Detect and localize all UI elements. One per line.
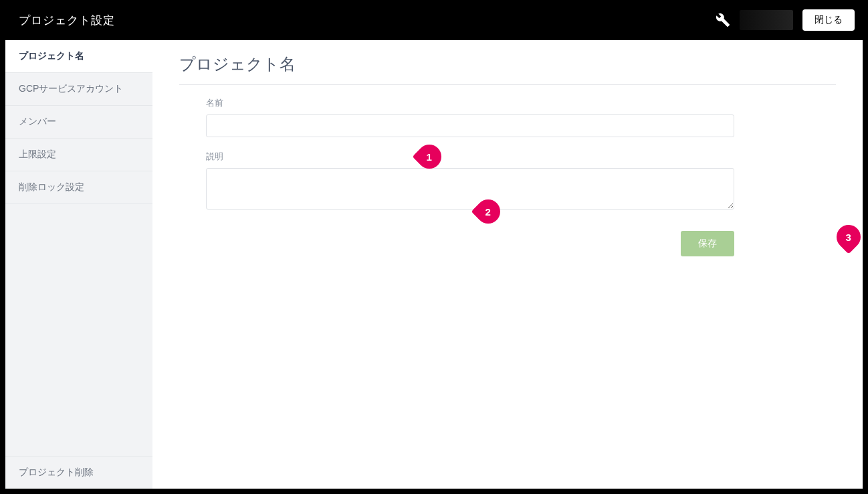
description-input[interactable] — [206, 168, 734, 210]
sidebar-item-project-name[interactable]: プロジェクト名 — [5, 40, 152, 73]
wrench-icon[interactable] — [716, 13, 730, 27]
page-title: プロジェクト名 — [179, 54, 836, 85]
sidebar-item-label: プロジェクト削除 — [19, 467, 94, 477]
form-group-name: 名前 — [179, 97, 836, 137]
name-input[interactable] — [206, 114, 734, 137]
close-button[interactable]: 閉じる — [802, 9, 855, 31]
sidebar-item-label: GCPサービスアカウント — [19, 83, 123, 94]
form-group-description: 説明 — [179, 151, 836, 212]
sidebar-item-label: 削除ロック設定 — [19, 181, 84, 192]
sidebar-spacer — [5, 204, 152, 456]
sidebar: プロジェクト名 GCPサービスアカウント メンバー 上限設定 削除ロック設定 プ… — [5, 40, 152, 489]
save-row: 保存 — [179, 231, 734, 256]
name-label: 名前 — [206, 97, 836, 109]
sidebar-item-label: 上限設定 — [19, 149, 56, 159]
sidebar-item-gcp-service-account[interactable]: GCPサービスアカウント — [5, 73, 152, 106]
sidebar-item-label: メンバー — [19, 116, 56, 127]
sidebar-item-delete-lock[interactable]: 削除ロック設定 — [5, 171, 152, 204]
callout-number: 3 — [846, 232, 851, 243]
header-title: プロジェクト設定 — [19, 13, 115, 28]
description-label: 説明 — [206, 151, 836, 163]
sidebar-item-members[interactable]: メンバー — [5, 106, 152, 139]
sidebar-item-label: プロジェクト名 — [19, 50, 84, 61]
header: プロジェクト設定 閉じる — [0, 0, 868, 40]
project-selector[interactable] — [740, 10, 793, 30]
sidebar-item-limits[interactable]: 上限設定 — [5, 139, 152, 171]
content: プロジェクト名 名前 説明 保存 1 2 3 — [152, 40, 863, 489]
sidebar-item-delete-project[interactable]: プロジェクト削除 — [5, 456, 152, 489]
callout-3: 3 — [837, 225, 861, 253]
save-button[interactable]: 保存 — [681, 231, 734, 256]
header-right: 閉じる — [716, 9, 855, 31]
main-area: プロジェクト名 GCPサービスアカウント メンバー 上限設定 削除ロック設定 プ… — [5, 40, 863, 489]
